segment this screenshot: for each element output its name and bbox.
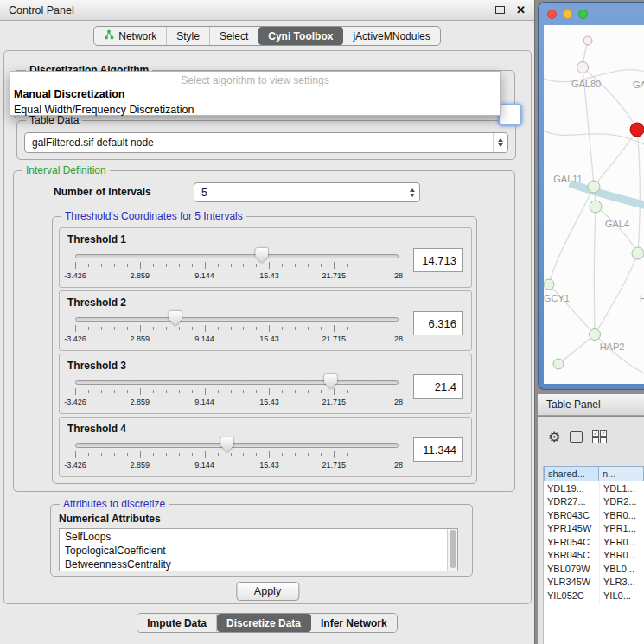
algorithm-combo-fragment[interactable] <box>498 104 522 126</box>
table-row[interactable]: YIL052CYIL0... <box>544 589 644 603</box>
node-label: GCY1 <box>544 293 570 303</box>
gear-icon[interactable]: ⚙ <box>548 430 560 444</box>
slider-tick <box>127 327 128 330</box>
tick-label: 21.715 <box>322 335 346 343</box>
close-window-icon[interactable] <box>547 10 557 19</box>
float-window-icon[interactable] <box>495 6 505 14</box>
number-of-intervals-combo[interactable]: 5 <box>194 182 420 202</box>
slider-tick <box>321 327 322 330</box>
tick-label: 15.43 <box>259 461 279 469</box>
slider-thumb[interactable] <box>220 437 233 452</box>
table-row[interactable]: YBL079WYBL0... <box>544 562 644 576</box>
tab-discretize-data[interactable]: Discretize Data <box>217 614 311 632</box>
scrollbar-thumb[interactable] <box>450 530 456 568</box>
threshold-4-panel: Threshold 4 -3.4262.8599.14415.4321.7152… <box>59 417 472 477</box>
node-gal80[interactable] <box>577 62 589 73</box>
threshold-slider[interactable]: -3.4262.8599.14415.4321.71528 <box>75 248 399 286</box>
numerical-attributes-list[interactable]: SelfLoopsTopologicalCoefficientBetweenne… <box>59 528 458 571</box>
minimize-window-icon[interactable] <box>563 10 572 19</box>
tab-infer-network[interactable]: Infer Network <box>311 614 397 632</box>
slider-tick <box>218 327 219 330</box>
tab-cyni-toolbox[interactable]: Cyni Toolbox <box>258 27 343 45</box>
table-cell: YBL079W <box>544 562 599 576</box>
network-canvas[interactable]: GAL80 GA GAL11 GAL4 GCY1 H HAP2 <box>544 25 644 384</box>
threshold-slider[interactable]: -3.4262.8599.14415.4321.71528 <box>75 311 399 349</box>
threshold-4-value[interactable]: 11.344 <box>413 437 463 462</box>
threshold-slider[interactable]: -3.4262.8599.14415.4321.71528 <box>75 437 399 475</box>
slider-tick <box>127 264 128 267</box>
slider-thumb[interactable] <box>169 311 182 326</box>
tab-infer-network-label: Infer Network <box>321 617 387 629</box>
dropdown-option-manual[interactable]: Manual Discretization <box>10 86 500 102</box>
select-columns-icon[interactable]: ✓ ✓ <box>592 430 607 443</box>
slider-thumb[interactable] <box>324 374 337 389</box>
tab-style[interactable]: Style <box>167 27 210 45</box>
dropdown-option-equal-width[interactable]: Equal Width/Frequency Discretization <box>10 102 500 118</box>
table-cell: YLR3... <box>599 576 644 590</box>
stepper-icon[interactable] <box>493 133 507 152</box>
slider-track[interactable] <box>75 317 399 322</box>
slider-tick <box>179 390 180 393</box>
node[interactable] <box>632 247 644 259</box>
cyni-toolbox-panel: Discretization Algorithm Select algorith… <box>3 50 532 604</box>
node-gcy1[interactable] <box>544 279 554 290</box>
threshold-1-value[interactable]: 14.713 <box>413 248 463 272</box>
slider-tick <box>373 264 373 267</box>
attribute-list-item[interactable]: SelfLoops <box>60 530 457 544</box>
slider-tick <box>179 453 180 456</box>
slider-track[interactable] <box>75 380 399 385</box>
table-row[interactable]: YLR345WYLR3... <box>544 576 644 590</box>
slider-tick <box>256 264 257 267</box>
slider-tick <box>88 390 89 393</box>
threshold-slider[interactable]: -3.4262.8599.14415.4321.71528 <box>75 374 399 412</box>
columns-icon[interactable] <box>570 431 583 443</box>
apply-button[interactable]: Apply <box>236 582 299 601</box>
slider-tick <box>88 264 89 267</box>
slider-track[interactable] <box>75 254 399 258</box>
table-row[interactable]: YBR043CYBR0... <box>544 508 644 522</box>
close-icon[interactable]: ✕ <box>516 3 526 16</box>
tab-jactivemnodules[interactable]: jActiveMNodules <box>343 27 439 45</box>
tab-impute-data[interactable]: Impute Data <box>137 614 217 632</box>
node[interactable] <box>553 359 564 369</box>
node-selected-red[interactable] <box>630 123 644 137</box>
slider-thumb[interactable] <box>255 248 268 263</box>
threshold-3-panel: Threshold 3 -3.4262.8599.14415.4321.7152… <box>59 354 472 414</box>
node-hap2[interactable] <box>590 329 601 341</box>
node[interactable] <box>583 36 592 45</box>
node-label: HAP2 <box>600 341 625 352</box>
slider-tick <box>373 390 373 393</box>
table-data-combo[interactable]: galFiltered.sif default node <box>24 132 508 153</box>
tab-network-label: Network <box>118 30 156 42</box>
slider-tick <box>334 325 335 332</box>
threshold-2-value[interactable]: 6.316 <box>413 311 463 335</box>
table-row[interactable]: YDL19...YDL1... <box>544 481 644 495</box>
slider-track[interactable] <box>75 443 399 448</box>
tick-label: 9.144 <box>194 335 214 343</box>
table-row[interactable]: YPR145WYPR1... <box>544 522 644 536</box>
node-gal11[interactable] <box>588 181 600 193</box>
tab-network[interactable]: Network <box>94 27 167 45</box>
table-row[interactable]: YBR045CYBR0... <box>544 549 644 563</box>
slider-tick <box>360 264 360 267</box>
table-row[interactable]: YER054CYER0... <box>544 535 644 549</box>
table-row[interactable]: YDR27...YDR2... <box>544 495 644 509</box>
node-gal4[interactable] <box>590 201 602 213</box>
column-header-shared-name[interactable]: shared... <box>544 466 599 481</box>
threshold-3-value[interactable]: 21.4 <box>413 374 463 399</box>
control-panel: Control Panel ✕ Network Style Selec <box>0 0 535 644</box>
slider-tick <box>75 388 76 395</box>
table-header-row: shared... n... <box>544 466 644 481</box>
list-scrollbar[interactable] <box>447 529 457 571</box>
number-of-intervals-label: Number of Intervals <box>54 186 151 198</box>
threshold-4-label: Threshold 4 <box>67 423 126 435</box>
slider-tick <box>373 327 373 330</box>
tick-label: 21.715 <box>322 461 346 469</box>
attribute-list-item[interactable]: BetweennessCentrality <box>60 558 457 571</box>
column-header-name[interactable]: n... <box>599 466 644 481</box>
stepper-icon[interactable] <box>405 183 419 201</box>
tick-label: 15.43 <box>259 398 279 406</box>
zoom-window-icon[interactable] <box>578 10 588 19</box>
attribute-list-item[interactable]: TopologicalCoefficient <box>60 544 457 558</box>
tab-select[interactable]: Select <box>210 27 258 45</box>
